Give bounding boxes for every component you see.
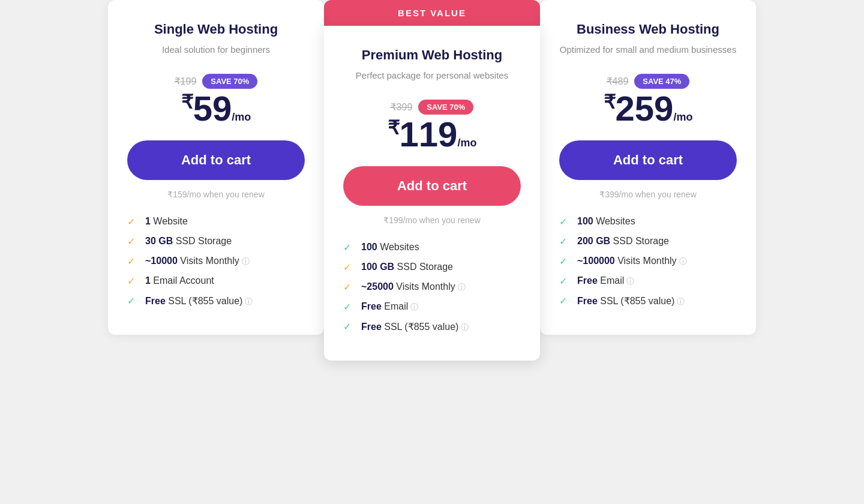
plan-card-premium: Premium Web HostingPerfect package for p… xyxy=(324,26,540,361)
feature-bold: 100 xyxy=(577,216,593,226)
save-badge-premium: SAVE 70% xyxy=(418,100,473,115)
feature-bold: 100 xyxy=(361,242,377,252)
feature-text: ~100000 Visits Monthlyⓘ xyxy=(577,256,687,267)
list-item: ✓~100000 Visits Monthlyⓘ xyxy=(559,256,737,267)
save-badge-business: SAVE 47% xyxy=(634,74,689,89)
renew-price-single: ₹159/mo when you renew xyxy=(127,190,305,199)
add-to-cart-btn-premium[interactable]: Add to cart xyxy=(343,166,521,206)
feature-text: 1 Website xyxy=(145,216,188,227)
plan-subtitle-single: Ideal solution for beginners xyxy=(127,43,305,57)
list-item: ✓~10000 Visits Monthlyⓘ xyxy=(127,256,305,267)
pricing-row-business: ₹489SAVE 47% xyxy=(559,74,737,89)
feature-text: Free Emailⓘ xyxy=(361,301,418,313)
features-list-single: ✓1 Website✓30 GB SSD Storage✓~10000 Visi… xyxy=(127,216,305,307)
feature-text: 100 Websites xyxy=(361,242,419,253)
check-icon: ✓ xyxy=(343,281,355,293)
add-to-cart-btn-business[interactable]: Add to cart xyxy=(559,140,737,180)
check-icon: ✓ xyxy=(127,236,139,247)
pricing-row-single: ₹199SAVE 70% xyxy=(127,74,305,89)
feature-text: 100 GB SSD Storage xyxy=(361,262,453,272)
check-icon: ✓ xyxy=(127,216,139,227)
feature-text: Free SSL (₹855 value)ⓘ xyxy=(361,321,469,333)
feature-text: 30 GB SSD Storage xyxy=(145,236,232,247)
check-icon: ✓ xyxy=(559,275,571,287)
info-icon[interactable]: ⓘ xyxy=(410,302,418,311)
feature-bold: Free xyxy=(577,296,598,306)
list-item: ✓Free Emailⓘ xyxy=(559,275,737,287)
info-icon[interactable]: ⓘ xyxy=(677,297,685,306)
info-icon[interactable]: ⓘ xyxy=(458,283,466,292)
list-item: ✓~25000 Visits Monthlyⓘ xyxy=(343,281,521,293)
feature-text: Free Emailⓘ xyxy=(577,275,634,287)
list-item: ✓Free Emailⓘ xyxy=(343,301,521,313)
plan-name-premium: Premium Web Hosting xyxy=(343,47,521,63)
feature-bold: 200 GB xyxy=(577,236,610,246)
plan-subtitle-premium: Perfect package for personal websites xyxy=(343,69,521,83)
original-price-premium: ₹399 xyxy=(391,101,413,113)
list-item: ✓100 Websites xyxy=(559,216,737,227)
feature-text: Free SSL (₹855 value)ⓘ xyxy=(577,295,685,307)
renew-price-business: ₹399/mo when you renew xyxy=(559,190,737,199)
plan-card-business: Business Web HostingOptimized for small … xyxy=(540,0,756,335)
add-to-cart-btn-single[interactable]: Add to cart xyxy=(127,140,305,180)
info-icon[interactable]: ⓘ xyxy=(679,257,687,266)
info-icon[interactable]: ⓘ xyxy=(245,297,253,306)
current-price-premium: ₹119/mo xyxy=(343,117,521,152)
pricing-row-premium: ₹399SAVE 70% xyxy=(343,100,521,115)
feature-bold: ~10000 xyxy=(145,256,178,266)
check-icon: ✓ xyxy=(559,295,571,307)
feature-text: ~25000 Visits Monthlyⓘ xyxy=(361,281,466,293)
info-icon[interactable]: ⓘ xyxy=(461,323,469,332)
info-icon[interactable]: ⓘ xyxy=(626,277,634,286)
feature-bold: ~25000 xyxy=(361,281,394,292)
per-mo: /mo xyxy=(673,111,692,123)
check-icon: ✓ xyxy=(127,295,139,307)
check-icon: ✓ xyxy=(559,216,571,227)
plan-name-single: Single Web Hosting xyxy=(127,22,305,37)
list-item: ✓1 Website xyxy=(127,216,305,227)
currency-symbol: ₹ xyxy=(604,91,616,112)
feature-text: 100 Websites xyxy=(577,216,635,227)
save-badge-single: SAVE 70% xyxy=(202,74,257,89)
per-mo: /mo xyxy=(457,137,476,149)
feature-text: Free SSL (₹855 value)ⓘ xyxy=(145,295,253,307)
list-item: ✓30 GB SSD Storage xyxy=(127,236,305,247)
feature-bold: 100 GB xyxy=(361,262,394,272)
original-price-single: ₹199 xyxy=(175,76,197,87)
check-icon: ✓ xyxy=(343,301,355,313)
check-icon: ✓ xyxy=(559,256,571,267)
current-price-single: ₹59/mo xyxy=(127,91,305,126)
info-icon[interactable]: ⓘ xyxy=(242,257,250,266)
pricing-section: Single Web HostingIdeal solution for beg… xyxy=(0,0,864,373)
currency-symbol: ₹ xyxy=(181,91,193,112)
feature-bold: 1 xyxy=(145,216,151,226)
original-price-business: ₹489 xyxy=(607,76,629,87)
best-value-banner: BEST VALUE xyxy=(324,0,540,26)
renew-price-premium: ₹199/mo when you renew xyxy=(343,215,521,225)
feature-text: ~10000 Visits Monthlyⓘ xyxy=(145,256,250,267)
feature-bold: 1 xyxy=(145,275,151,286)
features-list-premium: ✓100 Websites✓100 GB SSD Storage✓~25000 … xyxy=(343,242,521,333)
check-icon: ✓ xyxy=(343,262,355,273)
feature-bold: 30 GB xyxy=(145,236,173,246)
plan-subtitle-business: Optimized for small and medium businesse… xyxy=(559,43,737,57)
currency-symbol: ₹ xyxy=(388,116,400,138)
plan-card-single: Single Web HostingIdeal solution for beg… xyxy=(108,0,324,335)
check-icon: ✓ xyxy=(127,256,139,267)
feature-bold: Free xyxy=(361,322,382,332)
check-icon: ✓ xyxy=(343,242,355,253)
feature-bold: Free xyxy=(577,275,598,286)
check-icon: ✓ xyxy=(127,275,139,287)
plan-name-business: Business Web Hosting xyxy=(559,22,737,37)
list-item: ✓Free SSL (₹855 value)ⓘ xyxy=(127,295,305,307)
feature-text: 200 GB SSD Storage xyxy=(577,236,669,247)
feature-text: 1 Email Account xyxy=(145,275,214,286)
list-item: ✓100 Websites xyxy=(343,242,521,253)
list-item: ✓Free SSL (₹855 value)ⓘ xyxy=(559,295,737,307)
feature-bold: Free xyxy=(145,296,166,306)
feature-bold: ~100000 xyxy=(577,256,615,266)
feature-bold: Free xyxy=(361,301,382,311)
list-item: ✓1 Email Account xyxy=(127,275,305,287)
list-item: ✓Free SSL (₹855 value)ⓘ xyxy=(343,321,521,333)
per-mo: /mo xyxy=(232,111,251,123)
